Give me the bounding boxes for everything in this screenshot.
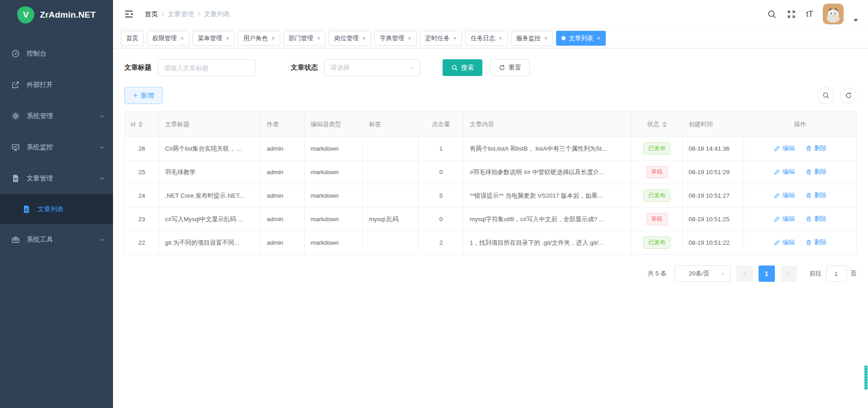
cell-tag: mysql,乱码 [363, 208, 419, 231]
prev-page-button[interactable]: ‹ [736, 266, 753, 282]
tab-label: 用户角色 [243, 34, 268, 43]
document-icon [22, 205, 31, 213]
goto-page-input[interactable] [826, 266, 847, 282]
chevron-down-icon [99, 237, 105, 242]
sidebar-item-article-management[interactable]: 文章管理 [0, 163, 113, 194]
logo-icon: V [17, 6, 34, 24]
page-number-button[interactable]: 1 [759, 266, 775, 282]
close-icon[interactable]: × [544, 35, 548, 41]
sidebar-item-system-tools[interactable]: 系统工具 [0, 224, 113, 255]
sidebar-item-external-open[interactable]: 外部打开 [0, 69, 113, 100]
edit-button[interactable]: 编辑 [774, 238, 795, 247]
breadcrumb-article-management[interactable]: 文章管理 [168, 10, 194, 19]
collapse-sidebar-icon[interactable] [124, 9, 134, 19]
filter-form: 文章标题 文章状态 请选择 搜索 重置 [113, 48, 868, 76]
add-button[interactable]: + 新增 [124, 87, 163, 104]
cell-status: 已发布 [632, 184, 683, 208]
delete-button[interactable]: 删除 [806, 191, 826, 199]
refresh-table-button[interactable] [840, 87, 857, 104]
tab-home[interactable]: 首页 [121, 31, 144, 46]
edit-button[interactable]: 编辑 [774, 144, 795, 152]
col-header-actions: 操作 [744, 112, 857, 137]
fullscreen-icon[interactable] [787, 9, 796, 19]
article-table-wrap: id 文章标题 作者 编辑器类型 标签 点击量 文章内容 状态 创建时间 操作 [113, 104, 868, 255]
close-icon[interactable]: × [597, 35, 600, 41]
close-icon[interactable]: × [453, 35, 457, 41]
tab-post[interactable]: 岗位管理× [329, 31, 371, 46]
close-icon[interactable]: × [499, 35, 502, 41]
article-status-label: 文章状态 [291, 63, 318, 72]
plus-icon: + [133, 92, 137, 99]
delete-button[interactable]: 删除 [806, 144, 826, 152]
table-row[interactable]: 26 C#两个list集合实现关联， ... admin markdown 1 … [125, 137, 857, 161]
close-icon[interactable]: × [271, 35, 275, 41]
col-header-status[interactable]: 状态 [632, 112, 683, 137]
sidebar-item-system-management[interactable]: 系统管理 [0, 100, 113, 132]
breadcrumb-article-list: 文章列表 [204, 10, 230, 19]
close-icon[interactable]: × [317, 35, 321, 41]
cell-actions: 编辑 删除 [744, 231, 857, 255]
tab-service-monitor[interactable]: 服务监控× [511, 31, 553, 46]
next-page-button[interactable]: › [781, 266, 797, 282]
tab-label: 文章列表 [569, 34, 593, 43]
cell-editor: markdown [305, 137, 363, 161]
delete-button[interactable]: 删除 [806, 215, 826, 223]
cell-author: admin [261, 184, 305, 208]
toggle-search-button[interactable] [817, 87, 834, 104]
breadcrumb-separator: / [162, 10, 164, 18]
cell-content: #羽毛球拍参数说明 ## 中管软硬选择以及长度介... [464, 161, 632, 184]
sidebar-item-article-list[interactable]: 文章列表 [0, 194, 113, 224]
cell-status: 已发布 [632, 231, 683, 255]
article-title-input[interactable] [158, 59, 255, 76]
edit-button[interactable]: 编辑 [774, 191, 795, 199]
tab-department[interactable]: 部门管理× [283, 31, 326, 46]
close-icon[interactable]: × [362, 35, 366, 41]
avatar[interactable] [823, 4, 844, 24]
user-menu-caret-icon[interactable] [854, 19, 858, 22]
tab-user-role[interactable]: 用户角色× [238, 31, 280, 46]
scrollbar-thumb[interactable] [864, 365, 868, 390]
tab-dictionary[interactable]: 字典管理× [374, 31, 417, 46]
table-row[interactable]: 25 羽毛球教学 admin markdown 0 #羽毛球拍参数说明 ## 中… [125, 161, 857, 184]
sidebar-item-system-monitor[interactable]: 系统监控 [0, 132, 113, 163]
table-toolbar: + 新增 [113, 76, 868, 104]
breadcrumb-home[interactable]: 首页 [145, 10, 158, 19]
search-button[interactable]: 搜索 [443, 59, 482, 76]
sidebar-item-label: 系统监控 [27, 143, 53, 152]
cell-editor: markdown [305, 208, 363, 231]
page-size-select[interactable]: 20条/页 [675, 266, 731, 282]
article-status-select[interactable]: 请选择 [324, 59, 420, 76]
col-header-id[interactable]: id [125, 112, 159, 137]
close-icon[interactable]: × [226, 35, 230, 41]
tab-article-list[interactable]: 文章列表× [556, 31, 606, 46]
delete-button[interactable]: 删除 [806, 238, 826, 247]
cell-actions: 编辑 删除 [744, 184, 857, 208]
status-badge: 已发布 [643, 142, 670, 155]
tab-menu[interactable]: 菜单管理× [193, 31, 235, 46]
topbar: 首页 / 文章管理 / 文章列表 tT [113, 0, 868, 28]
table-row[interactable]: 22 git 为不同的项目设置不同... admin markdown 2 1，… [125, 231, 857, 255]
sort-icon[interactable] [138, 121, 143, 128]
cell-author: admin [261, 137, 305, 161]
delete-button[interactable]: 删除 [806, 168, 826, 176]
trash-icon [806, 169, 812, 175]
edit-button[interactable]: 编辑 [774, 168, 795, 176]
trash-icon [806, 192, 812, 199]
close-icon[interactable]: × [408, 35, 411, 41]
tab-permission[interactable]: 权限管理× [147, 31, 189, 46]
app-logo[interactable]: V ZrAdmin.NET [0, 0, 113, 30]
edit-button[interactable]: 编辑 [774, 215, 795, 223]
search-icon[interactable] [767, 9, 777, 19]
add-button-label: 新增 [141, 91, 154, 100]
tab-scheduled-task[interactable]: 定时任务× [420, 31, 462, 46]
close-icon[interactable]: × [180, 35, 184, 41]
cell-tag [363, 137, 419, 161]
reset-button[interactable]: 重置 [490, 59, 530, 76]
table-row[interactable]: 23 c#写入Mysql中文显示乱码 ... admin markdown my… [125, 208, 857, 231]
tab-task-log[interactable]: 任务日志× [465, 31, 508, 46]
font-size-icon[interactable]: tT [806, 9, 813, 19]
table-row[interactable]: 24 .NET Core 发布时提示.NET... admin markdown… [125, 184, 857, 208]
sidebar-item-dashboard[interactable]: 控制台 [0, 38, 113, 69]
sort-icon[interactable] [662, 121, 667, 128]
sidebar-item-label: 外部打开 [27, 81, 53, 89]
